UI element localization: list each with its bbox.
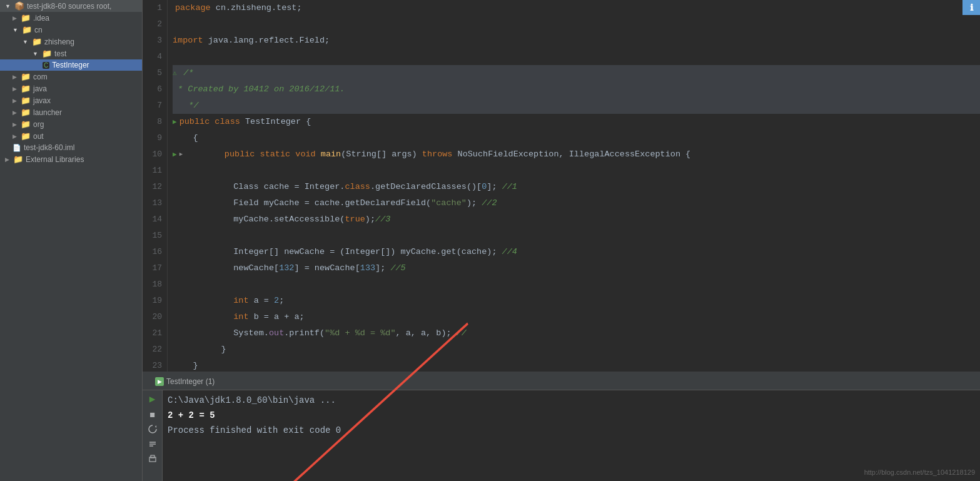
com-label: com — [33, 73, 48, 81]
code-line-16: Integer[] newCache = (Integer[]) myCache… — [173, 244, 980, 260]
code-line-9: { — [173, 130, 980, 146]
sidebar-item-org[interactable]: ▶ 📁 org — [0, 118, 142, 130]
run-gutter: ▶ — [173, 146, 177, 163]
module-icon: 📦 — [14, 1, 24, 11]
console-exit: Process finished with exit code 0 — [168, 425, 341, 435]
rerun-button[interactable] — [146, 423, 159, 435]
collapse-icon: ▶ — [13, 133, 17, 139]
code-line-4 — [173, 49, 980, 65]
collapse-icon: ▶ — [13, 121, 17, 128]
code-line-23: } — [173, 358, 980, 372]
code-line-14: myCache.setAccessible(true);//3 — [173, 211, 980, 228]
code-line-8: ▶ public class TestInteger { — [173, 114, 980, 130]
info-button[interactable]: ℹ — [962, 0, 980, 15]
zhisheng-label: zhisheng — [44, 38, 74, 46]
fold-gutter — [173, 98, 181, 114]
extlibs-label: External Libraries — [26, 155, 84, 164]
collapse-icon: ▶ — [13, 98, 17, 104]
expand-icon: ▼ — [33, 51, 38, 57]
code-editor: 1 2 3 4 5 6 7 8 9 10 11 12 13 14 15 16 1… — [143, 0, 980, 372]
file-icon: 📄 — [13, 144, 21, 152]
svg-rect-7 — [151, 455, 154, 458]
print-button[interactable] — [146, 453, 159, 465]
code-line-5: ⚠ /* — [173, 65, 980, 81]
console-result-line: 2 + 2 = 5 — [168, 408, 975, 423]
sidebar-item-out[interactable]: ▶ 📁 out — [0, 130, 142, 142]
code-line-22: } — [173, 342, 980, 358]
fold-gutter: ⚠ — [173, 65, 181, 81]
folder-icon: 📁 — [13, 154, 23, 164]
code-line-13: Field myCache = cache.getDeclaredField("… — [173, 195, 980, 211]
code-line-12: Class cache = Integer.class.getDeclaredC… — [173, 179, 980, 195]
collapse-icon: ▶ — [5, 156, 9, 163]
sidebar-item-test[interactable]: ▼ 📁 test — [0, 48, 142, 59]
run-tab[interactable]: ▶ TestInteger (1) — [148, 375, 222, 388]
code-line-18 — [173, 276, 980, 293]
code-line-1: package cn.zhisheng.test; — [173, 0, 980, 16]
run-tab-label: TestInteger (1) — [166, 377, 215, 386]
sidebar-item-javax[interactable]: ▶ 📁 javax — [0, 94, 142, 106]
code-line-11 — [173, 163, 980, 179]
folder-icon: 📁 — [22, 25, 32, 34]
line-numbers: 1 2 3 4 5 6 7 8 9 10 11 12 13 14 15 16 1… — [143, 0, 168, 372]
javax-label: javax — [33, 96, 51, 105]
run-controls: ▶ ◼ — [143, 390, 163, 481]
org-label: org — [33, 120, 44, 129]
expand-icon: ▼ — [5, 3, 11, 9]
console-output: C:\Java\jdk1.8.0_60\bin\java ... 2 + 2 =… — [163, 390, 980, 481]
sidebar-item-idea[interactable]: ▶ 📁 .idea — [0, 12, 142, 24]
folder-icon: 📁 — [21, 96, 31, 105]
sidebar-item-extlibs[interactable]: ▶ 📁 External Libraries — [0, 153, 142, 165]
expand-icon: ▼ — [13, 27, 18, 33]
code-line-19: int a = 2; — [173, 293, 980, 309]
sidebar-item-testinteger[interactable]: C TestInteger — [0, 59, 142, 71]
cn-label: cn — [34, 26, 43, 34]
code-line-10: ▶ ▶ public static void main(String[] arg… — [173, 146, 980, 163]
code-line-2 — [173, 16, 980, 33]
sidebar-item-launcher[interactable]: ▶ 📁 launcher — [0, 106, 142, 118]
svg-marker-2 — [155, 425, 156, 428]
folder-icon: 📁 — [21, 108, 31, 117]
bottom-panel: ▶ TestInteger (1) ▶ ◼ — [143, 372, 980, 481]
bottom-content: ▶ ◼ C:\Java\jdk1.8.0_60\bin\java ... — [143, 390, 980, 481]
testinteger-label: TestInteger — [52, 61, 89, 69]
stop-button[interactable]: ◼ — [146, 408, 159, 420]
sidebar-item-java[interactable]: ▶ 📁 java — [0, 83, 142, 94]
expand-icon: ▼ — [23, 39, 28, 45]
run-gutter: ▶ — [173, 114, 177, 130]
code-line-6: * Created by 10412 on 2016/12/11. — [173, 81, 980, 98]
out-label: out — [33, 132, 44, 141]
sidebar-item-iml[interactable]: 📄 test-jdk8-60.iml — [0, 142, 142, 153]
iml-label: test-jdk8-60.iml — [24, 143, 74, 152]
sidebar-item-cn[interactable]: ▼ 📁 cn — [0, 24, 142, 36]
console-result: 2 + 2 = 5 — [168, 410, 215, 420]
sidebar-item-root[interactable]: ▼ 📦 test-jdk8-60 sources root, — [0, 0, 142, 12]
sidebar-item-zhisheng[interactable]: ▼ 📁 zhisheng — [0, 36, 142, 48]
folder-icon: 📁 — [21, 131, 31, 141]
sidebar-item-com[interactable]: ▶ 📁 com — [0, 71, 142, 83]
console-command-line: C:\Java\jdk1.8.0_60\bin\java ... — [168, 393, 975, 408]
java-label: java — [33, 84, 47, 93]
run-button[interactable]: ▶ — [146, 393, 159, 405]
console-exit-line: Process finished with exit code 0 — [168, 423, 975, 438]
folder-icon: 📁 — [21, 84, 31, 93]
project-sidebar: ▼ 📦 test-jdk8-60 sources root, ▶ 📁 .idea… — [0, 0, 143, 481]
folder-icon: 📁 — [32, 37, 42, 46]
folder-icon: 📁 — [42, 49, 52, 58]
code-line-17: newCache[132] = newCache[133]; //5 — [173, 260, 980, 276]
code-line-7: */ — [173, 98, 980, 114]
test-label: test — [54, 49, 66, 58]
collapse-icon: ▶ — [13, 74, 17, 80]
root-label: test-jdk8-60 sources root, — [27, 2, 111, 11]
folder-icon: 📁 — [21, 72, 31, 81]
collapse-icon: ▶ — [13, 86, 17, 92]
idea-label: .idea — [33, 14, 49, 23]
collapse-icon: ▶ — [13, 109, 17, 116]
console-command: C:\Java\jdk1.8.0_60\bin\java ... — [168, 395, 336, 405]
code-line-15 — [173, 228, 980, 244]
scroll-button[interactable] — [146, 438, 159, 450]
code-line-21: System.out.printf("%d + %d = %d", a, a, … — [173, 325, 980, 342]
class-icon: C — [43, 62, 49, 69]
code-line-20: int b = a + a; — [173, 309, 980, 325]
launcher-label: launcher — [33, 108, 62, 117]
